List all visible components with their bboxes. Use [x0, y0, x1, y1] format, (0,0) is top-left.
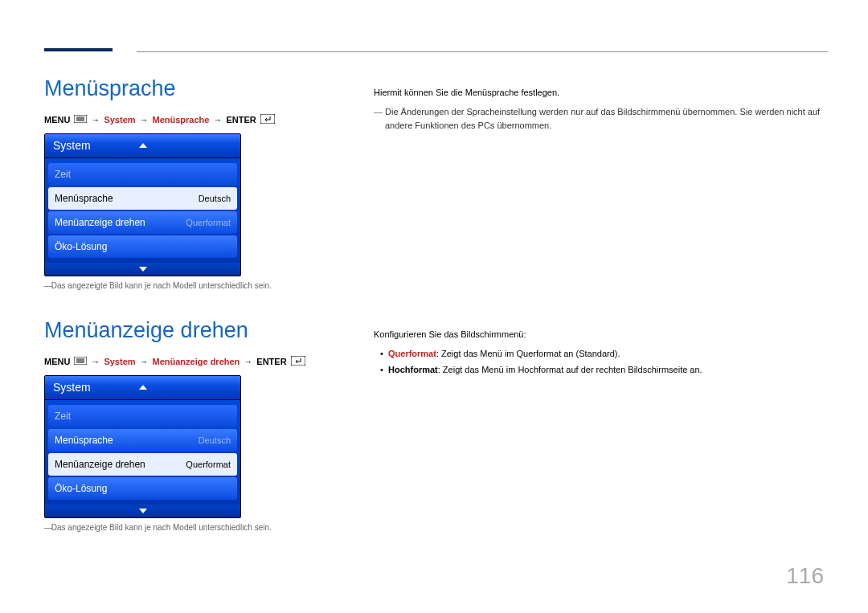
osd-header-label: System: [53, 381, 91, 394]
menu-icon: [74, 357, 87, 366]
menu-item-value: Deutsch: [199, 435, 231, 445]
menu-icon: [74, 115, 87, 125]
menu-item-zeit[interactable]: Zeit: [48, 163, 237, 186]
bullet-rest: : Zeigt das Menü im Querformat an (Stand…: [436, 349, 620, 358]
section-title: Menüanzeige drehen: [44, 318, 350, 343]
osd-menu-panel: System Zeit Menüsprache Deutsch Menüanze…: [44, 375, 241, 518]
menu-item-menusprache[interactable]: Menüsprache Deutsch: [48, 187, 237, 210]
osd-menu-header: System: [45, 134, 240, 158]
section-menuanzeige-drehen: Menüanzeige drehen MENU → System → Menüa…: [44, 318, 828, 532]
menu-item-label: Menüsprache: [55, 193, 113, 204]
menu-item-label: Menüanzeige drehen: [55, 217, 145, 228]
menu-item-oeko-loesung[interactable]: Öko-Lösung: [48, 477, 237, 500]
arrow-icon: →: [213, 115, 222, 125]
breadcrumb: MENU → System → Menüsprache → ENTER: [44, 114, 350, 125]
bc-enter: ENTER: [226, 115, 256, 125]
enter-icon: [260, 114, 275, 125]
description-main: Konfigurieren Sie das Bildschirmmenü:: [374, 328, 828, 342]
menu-item-label: Menüsprache: [55, 435, 113, 446]
scroll-up-icon: [139, 385, 147, 390]
breadcrumb: MENU → System → Menüanzeige drehen → ENT…: [44, 356, 350, 367]
description-main: Hiermit können Sie die Menüsprache festl…: [374, 86, 828, 100]
arrow-icon: →: [91, 115, 100, 125]
menu-item-menuanzeige-drehen[interactable]: Menüanzeige drehen Querformat: [48, 453, 237, 476]
section-menusprache: Menüsprache MENU → System → Menüsprache …: [44, 76, 828, 290]
menu-item-label: Öko-Lösung: [55, 241, 107, 252]
osd-menu-footer: [45, 263, 240, 276]
menu-item-value: Querformat: [186, 218, 231, 227]
menu-item-label: Zeit: [55, 169, 71, 180]
scroll-down-icon: [139, 267, 147, 272]
bc-menu: MENU: [44, 115, 70, 125]
svg-rect-9: [291, 356, 305, 366]
bullet-list: Querformat: Zeigt das Menü im Querformat…: [374, 347, 828, 378]
bc-enter: ENTER: [256, 357, 286, 366]
osd-header-label: System: [53, 139, 91, 152]
osd-menu-header: System: [45, 376, 240, 400]
bullet-term: Hochformat: [388, 365, 438, 374]
menu-item-oeko-loesung[interactable]: Öko-Lösung: [48, 235, 237, 258]
scroll-up-icon: [139, 143, 147, 148]
description-note: Die Änderungen der Spracheinstellung wer…: [374, 105, 828, 133]
bc-menu: MENU: [44, 357, 70, 366]
bc-current: Menüsprache: [153, 115, 210, 125]
bullet-term: Querformat: [388, 349, 436, 358]
osd-menu-footer: [45, 505, 240, 517]
menu-item-menusprache[interactable]: Menüsprache Deutsch: [48, 429, 237, 452]
bc-system: System: [104, 115, 135, 125]
enter-icon: [291, 356, 305, 367]
bc-current: Menüanzeige drehen: [153, 357, 240, 366]
accent-bar: [44, 48, 113, 51]
arrow-icon: →: [140, 115, 149, 125]
section-title: Menüsprache: [44, 76, 350, 101]
menu-item-label: Öko-Lösung: [55, 483, 107, 494]
menu-item-label: Menüanzeige drehen: [55, 459, 145, 470]
bc-system: System: [104, 357, 135, 366]
scroll-down-icon: [139, 509, 147, 513]
menu-item-value: Deutsch: [199, 194, 231, 203]
osd-menu-body: Zeit Menüsprache Deutsch Menüanzeige dre…: [45, 400, 240, 505]
svg-rect-4: [260, 114, 275, 124]
menu-item-zeit[interactable]: Zeit: [48, 405, 237, 427]
left-column: Menüsprache MENU → System → Menüsprache …: [44, 76, 350, 290]
osd-menu-body: Zeit Menüsprache Deutsch Menüanzeige dre…: [45, 158, 240, 263]
menu-item-label: Zeit: [55, 411, 71, 422]
caption-note: Das angezeigte Bild kann je nach Modell …: [44, 523, 350, 532]
right-column: Hiermit können Sie die Menüsprache festl…: [374, 76, 828, 290]
bullet-hochformat: Hochformat: Zeigt das Menü im Hochformat…: [374, 363, 828, 378]
left-column: Menüanzeige drehen MENU → System → Menüa…: [44, 318, 350, 532]
header-divider: [137, 51, 828, 52]
arrow-icon: →: [140, 357, 149, 366]
arrow-icon: →: [244, 357, 252, 366]
menu-item-menuanzeige-drehen[interactable]: Menüanzeige drehen Querformat: [48, 211, 237, 234]
caption-note: Das angezeigte Bild kann je nach Modell …: [44, 281, 350, 290]
page-number: 116: [786, 563, 824, 589]
osd-menu-panel: System Zeit Menüsprache Deutsch Menüanze…: [44, 133, 241, 276]
menu-item-value: Querformat: [186, 460, 231, 469]
right-column: Konfigurieren Sie das Bildschirmmenü: Qu…: [374, 318, 828, 532]
bullet-querformat: Querformat: Zeigt das Menü im Querformat…: [374, 347, 828, 362]
arrow-icon: →: [91, 357, 100, 366]
bullet-rest: : Zeigt das Menü im Hochformat auf der r…: [438, 365, 702, 374]
manual-page: Menüsprache MENU → System → Menüsprache …: [0, 0, 868, 613]
